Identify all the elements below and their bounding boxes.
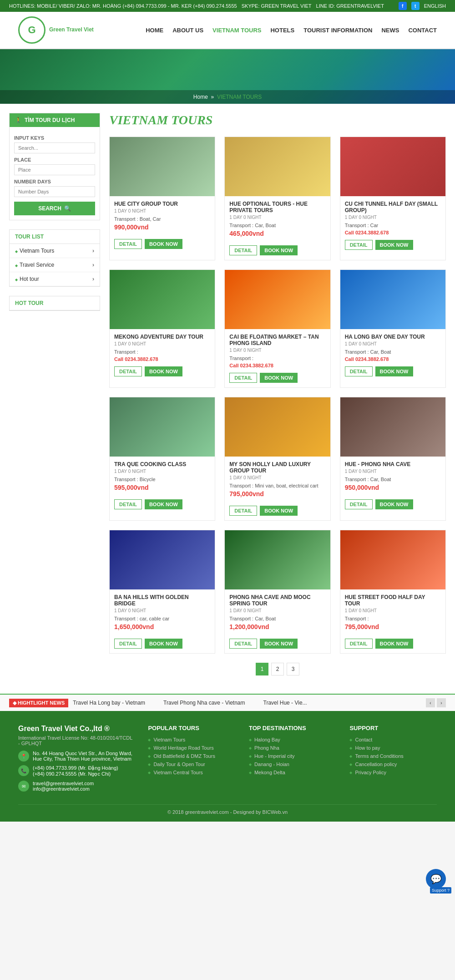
thumb-img-5 xyxy=(340,270,445,329)
detail-button[interactable]: DETAIL xyxy=(114,499,142,509)
book-now-button[interactable]: BOOK NOW xyxy=(375,639,413,649)
twitter-icon[interactable]: t xyxy=(411,2,420,10)
tour-duration: 1 DAY 0 NIGHT xyxy=(345,608,441,613)
book-now-button[interactable]: BOOK NOW xyxy=(145,239,182,249)
nav-vietnam-tours[interactable]: VIETNAM TOURS xyxy=(212,27,261,34)
nav-hotels[interactable]: HOTELS xyxy=(270,27,294,34)
bullet-icon: ◆ xyxy=(148,754,151,758)
book-now-button[interactable]: BOOK NOW xyxy=(375,499,413,509)
footer-address: 📍 No. 44 Hoang Quoc Viet Str., An Dong W… xyxy=(18,751,134,762)
tour-list-label: Hot tour xyxy=(20,276,39,282)
sidebar-item-hot-tour[interactable]: ◆Hot tour › xyxy=(10,272,100,286)
main-container: 🚶 TÌM TOUR DU LỊCH INPUT KEYS PLACE NUMB… xyxy=(0,104,455,694)
detail-button[interactable]: DETAIL xyxy=(345,499,373,509)
place-input[interactable] xyxy=(14,164,95,175)
book-now-button[interactable]: BOOK NOW xyxy=(375,366,413,376)
book-now-button[interactable]: BOOK NOW xyxy=(145,366,182,376)
facebook-icon[interactable]: f xyxy=(399,2,407,10)
thumb-img-7 xyxy=(225,397,330,457)
bullet-icon: ◆ xyxy=(148,746,151,750)
tour-transport: Transport : Mini van, boat, electrical c… xyxy=(229,483,325,488)
book-now-button[interactable]: BOOK NOW xyxy=(260,639,298,649)
copyright-text: © 2018 greentravelviet.com - Designed by… xyxy=(167,809,288,815)
nav-about[interactable]: ABOUT US xyxy=(172,27,203,34)
footer-link[interactable]: ◆Mekong Delta xyxy=(249,770,336,775)
footer: Green Travel Viet Co.,ltd ® Internationa… xyxy=(0,711,455,822)
news-ticker: ◆ HIGHTLIGHT NEWS Travel Ha Long bay - V… xyxy=(0,694,455,711)
detail-button[interactable]: DETAIL xyxy=(345,639,373,649)
number-days-input[interactable] xyxy=(14,186,95,197)
detail-button[interactable]: DETAIL xyxy=(114,639,142,649)
ticker-next-icon[interactable]: › xyxy=(437,698,446,707)
detail-button[interactable]: DETAIL xyxy=(229,373,257,383)
footer-link[interactable]: ◆Halong Bay xyxy=(249,737,336,742)
tour-thumbnail xyxy=(340,530,445,589)
nav-home[interactable]: HOME xyxy=(146,27,163,34)
footer-link[interactable]: ◆Contact xyxy=(349,737,437,742)
book-now-button[interactable]: BOOK NOW xyxy=(145,499,182,509)
ticker-item-2[interactable]: Travel Hue - Vie... xyxy=(263,700,307,706)
nav-news[interactable]: NEWS xyxy=(381,27,399,34)
footer-link[interactable]: ◆Danang - Hoian xyxy=(249,762,336,767)
footer-link-label: Privacy Policy xyxy=(355,770,386,775)
tour-thumbnail xyxy=(225,530,330,589)
bullet-icon: ◆ xyxy=(249,754,252,758)
detail-button[interactable]: DETAIL xyxy=(345,240,373,250)
bullet-icon: ◆ xyxy=(15,278,18,282)
detail-button[interactable]: DETAIL xyxy=(114,239,142,249)
nav-contact[interactable]: CONTACT xyxy=(408,27,437,34)
footer-link[interactable]: ◆Vietnam Tours xyxy=(148,737,235,742)
book-now-button[interactable]: BOOK NOW xyxy=(375,240,413,250)
footer-link[interactable]: ◆Hue - Imperial city xyxy=(249,753,336,759)
line-text: LINE ID: GREENTRAVELVIET xyxy=(316,3,384,9)
detail-button[interactable]: DETAIL xyxy=(229,245,257,255)
input-keys-label: INPUT KEYS xyxy=(14,135,95,141)
search-button[interactable]: SEARCH 🔍 xyxy=(14,202,95,215)
book-now-button[interactable]: BOOK NOW xyxy=(145,639,182,649)
tour-duration: 1 DAY 0 NIGHT xyxy=(114,469,210,474)
footer-link[interactable]: ◆Old Battlefield & DMZ Tours xyxy=(148,753,235,759)
breadcrumb-home[interactable]: Home xyxy=(193,94,208,100)
page-button-3[interactable]: 3 xyxy=(287,663,299,675)
ticker-prev-icon[interactable]: ‹ xyxy=(426,698,435,707)
ticker-item-0[interactable]: Travel Ha Long bay - Vietnam xyxy=(73,700,145,706)
sidebar: 🚶 TÌM TOUR DU LỊCH INPUT KEYS PLACE NUMB… xyxy=(9,113,100,685)
footer-license: International Travel License No: 48-010/… xyxy=(18,735,134,746)
footer-link[interactable]: ◆How to pay xyxy=(349,745,437,751)
book-now-button[interactable]: BOOK NOW xyxy=(260,506,298,516)
page-button-2[interactable]: 2 xyxy=(271,663,284,675)
detail-button[interactable]: DETAIL xyxy=(229,506,257,516)
footer-link[interactable]: ◆Terms and Conditions xyxy=(349,753,437,759)
walk-icon: 🚶 xyxy=(15,117,22,123)
number-days-label: NUMBER DAYS xyxy=(14,179,95,184)
page-button-1[interactable]: 1 xyxy=(256,663,268,675)
nav-tourist-info[interactable]: TOURIST INFORMATION xyxy=(303,27,372,34)
footer-link[interactable]: ◆Phong Nha xyxy=(249,745,336,751)
phone-text: (+84) 094.7733.999 (Mr. Đặng Hoàng) (+84… xyxy=(33,765,118,777)
tour-price: 465,000vnd xyxy=(229,230,325,237)
top-destinations-title: TOP DESTINATIONS xyxy=(249,725,336,731)
book-now-button[interactable]: BOOK NOW xyxy=(260,373,298,383)
language-selector[interactable]: ENGLISH xyxy=(424,3,446,9)
footer-link[interactable]: ◆Vietnam Central Tours xyxy=(148,770,235,775)
detail-button[interactable]: DETAIL xyxy=(345,366,373,376)
footer-link[interactable]: ◆Privacy Policy xyxy=(349,770,437,775)
tour-actions: DETAIL BOOK NOW xyxy=(110,499,215,514)
ticker-item-1[interactable]: Travel Phong Nha cave - Vietnam xyxy=(163,700,245,706)
tour-duration: 1 DAY 0 NIGHT xyxy=(114,608,210,613)
footer-link[interactable]: ◆Cancellation policy xyxy=(349,762,437,767)
tour-price: 990,000vnd xyxy=(114,223,210,231)
sidebar-item-travel-service[interactable]: ◆Travel Service › xyxy=(10,258,100,272)
bullet-icon: ◆ xyxy=(148,762,151,767)
footer-link-label: World Heritage Road Tours xyxy=(153,745,213,751)
sidebar-item-vietnam-tours[interactable]: ◆Vietnam Tours › xyxy=(10,244,100,258)
tour-call: Call 0234.3882.678 xyxy=(229,363,325,368)
footer-link[interactable]: ◆World Heritage Road Tours xyxy=(148,745,235,751)
footer-link-label: How to pay xyxy=(355,745,380,751)
bullet-icon: ◆ xyxy=(349,771,352,775)
detail-button[interactable]: DETAIL xyxy=(114,366,142,376)
book-now-button[interactable]: BOOK NOW xyxy=(260,245,298,255)
search-input[interactable] xyxy=(14,142,95,153)
detail-button[interactable]: DETAIL xyxy=(229,639,257,649)
footer-link[interactable]: ◆Daily Tour & Open Tour xyxy=(148,762,235,767)
